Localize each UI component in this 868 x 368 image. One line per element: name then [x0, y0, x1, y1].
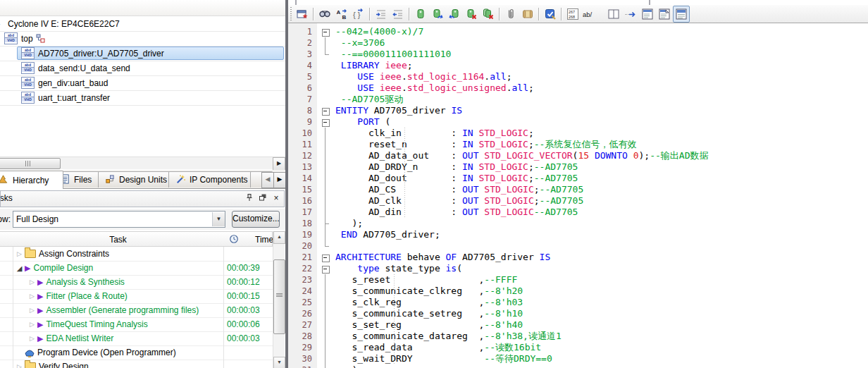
close-icon[interactable]: × [271, 193, 282, 204]
code-line[interactable]: ARCHITECTURE behave OF AD7705_driver IS [335, 252, 868, 263]
expander-collapsed-icon[interactable]: ▷ [16, 250, 23, 257]
hscrollbar-right-arrow[interactable]: ▶ [273, 157, 285, 171]
goto-icon[interactable] [622, 6, 639, 23]
window-icon[interactable] [294, 6, 311, 23]
tasks-vscrollbar[interactable]: ▲ ▼ [273, 231, 285, 368]
view-page-icon[interactable] [656, 6, 673, 23]
expander-expanded-icon[interactable]: ◢ [16, 264, 23, 272]
replace-icon[interactable]: AB [333, 6, 350, 23]
code-line[interactable]: s_communicate_clkreg ,--8'h20 [335, 286, 868, 297]
brace-icon[interactable]: { } [350, 6, 367, 23]
hierarchy-hscrollbar[interactable]: ▶ [0, 157, 285, 169]
line-numbers-icon[interactable]: 267268 [564, 6, 581, 23]
code-line[interactable]: AD_DRDY_n : IN STD_LOGIC;--AD7705 [335, 161, 868, 173]
comment-icon[interactable]: ab/ [581, 6, 598, 23]
code-line[interactable]: s_read_data ,--读数16bit [335, 342, 868, 353]
code-area[interactable]: --042=(4000-x)/7 --x=3706 --==0000111001… [335, 23, 868, 368]
fold-marker[interactable] [317, 263, 334, 274]
tree-item[interactable]: abdVHDtop [0, 31, 285, 47]
float-window-icon[interactable] [257, 193, 268, 204]
split-icon[interactable] [605, 6, 622, 23]
code-line[interactable]: AD_dout : IN STD_LOGIC;--AD7705 [335, 173, 868, 184]
hscrollbar-thumb[interactable] [0, 158, 61, 169]
bookmark-icon[interactable] [412, 6, 429, 23]
bookmark-delete-icon[interactable] [463, 6, 480, 23]
toolbar-grip[interactable] [290, 7, 292, 21]
code-line[interactable]: ENTITY AD7705_driver IS [335, 105, 868, 116]
code-line[interactable]: AD_din : OUT STD_LOGIC--AD7705 [335, 207, 868, 218]
code-line[interactable]: clk_in : IN STD_LOGIC; [335, 128, 868, 139]
chevron-down-icon[interactable]: ▼ [212, 212, 225, 226]
code-line[interactable]: --AD7705驱动 [335, 94, 868, 105]
expander-collapsed-icon[interactable]: ▷ [28, 307, 36, 314]
code-line[interactable]: LIBRARY ieee; [335, 60, 868, 71]
fold-marker[interactable] [317, 252, 334, 263]
tasks-table-header[interactable]: Task Time [0, 231, 273, 247]
view-full-icon[interactable] [673, 6, 690, 23]
tab-hierarchy[interactable]: Hierarchy [0, 171, 63, 189]
code-line[interactable]: END AD7705_driver; [335, 229, 868, 240]
find-icon[interactable] [316, 6, 333, 23]
code-line[interactable]: --042=(4000-x)/7 [335, 26, 868, 37]
outdent-icon[interactable] [390, 6, 407, 23]
expander-collapsed-icon[interactable]: ▷ [16, 363, 23, 368]
code-line[interactable]: PORT ( [335, 116, 868, 128]
code-line[interactable]: ); [335, 364, 868, 368]
code-line[interactable] [335, 240, 868, 252]
code-line[interactable]: USE ieee.std_logic_unsigned.all; [335, 82, 868, 94]
vscroll-down-arrow[interactable]: ▼ [273, 357, 285, 368]
check-icon[interactable] [542, 6, 559, 23]
code-line[interactable]: s_reset ,--FFFF [335, 274, 868, 286]
task-row[interactable]: ▷Verify Design [0, 360, 273, 368]
template-icon[interactable] [519, 6, 536, 23]
code-line[interactable]: AD_clk : OUT STD_LOGIC;--AD7705 [335, 195, 868, 207]
code-line[interactable]: AD_CS : OUT STD_LOGIC;--AD7705 [335, 184, 868, 195]
expander-collapsed-icon[interactable]: ▷ [28, 321, 36, 328]
vscroll-up-arrow[interactable]: ▲ [273, 231, 285, 244]
bookmark-next-icon[interactable] [429, 6, 446, 23]
task-row[interactable]: ◢▶Compile Design00:00:39 [0, 261, 273, 276]
fold-marker[interactable] [317, 116, 334, 128]
indent-icon[interactable] [373, 6, 390, 23]
task-row[interactable]: ▷▶Assembler (Generate programming files)… [0, 303, 273, 318]
tree-item-device[interactable]: ▸Cyclone IV E: EP4CE6E22C7 [0, 16, 285, 32]
code-folding-column[interactable] [317, 23, 334, 368]
task-row[interactable]: ▷▶Fitter (Place & Route)00:00:15 [0, 289, 273, 304]
vscroll-thumb[interactable] [273, 259, 285, 334]
code-line[interactable]: USE ieee.std_logic_1164.all; [335, 71, 868, 82]
flow-combobox[interactable]: Full Design ▼ [13, 211, 225, 228]
task-row[interactable]: ▷Assign Constraints [0, 247, 273, 262]
fold-marker[interactable] [317, 105, 334, 116]
attach-icon[interactable] [502, 6, 519, 23]
code-line[interactable]: s_communicate_setreg ,--8'h10 [335, 308, 868, 319]
code-line[interactable]: s_communicate_datareg ,--8'h38,读通道1 [335, 331, 868, 342]
fold-marker[interactable] [317, 26, 334, 37]
code-line[interactable]: s_wait_DRDY --等待DRDY==0 [335, 353, 868, 364]
code-line[interactable]: --x=3706 [335, 37, 868, 49]
bookmark-delete-all-icon[interactable] [480, 6, 497, 23]
tree-item[interactable]: abdVHDdata_send:U_data_send [0, 61, 285, 76]
task-row[interactable]: Program Device (Open Programmer) [0, 345, 273, 360]
expander-collapsed-icon[interactable]: ▷ [28, 335, 36, 342]
code-line[interactable]: s_clk_reg ,--8'h03 [335, 297, 868, 308]
code-line[interactable]: s_set_reg ,--8'h40 [335, 319, 868, 331]
code-line[interactable]: reset_n : IN STD_LOGIC;--系统复位信号，低有效 [335, 139, 868, 150]
tree-item[interactable]: abdVHDuart_t:uart_transfer [0, 90, 285, 106]
tab-ip-components[interactable]: IP Components [168, 171, 261, 188]
code-line[interactable]: type state_type is( [335, 263, 868, 274]
expander-collapsed-icon[interactable]: ▷ [28, 293, 36, 300]
customize-button[interactable]: Customize... [232, 211, 280, 228]
tab-scroll-right-button[interactable]: ▶ [273, 172, 286, 188]
view-normal-icon[interactable] [639, 6, 656, 23]
tree-item[interactable]: abdVHDAD7705_driver:U_AD7705_driver [0, 46, 285, 61]
code-line[interactable]: AD_data_out : OUT STD_LOGIC_VECTOR(15 DO… [335, 150, 868, 161]
tree-item[interactable]: abdVHDgen_div:uart_baud [0, 75, 285, 91]
tab-scroll-left-button[interactable]: ◀ [261, 172, 274, 188]
task-row[interactable]: ▷▶Analysis & Synthesis00:00:12 [0, 275, 273, 290]
task-row[interactable]: ▷▶TimeQuest Timing Analysis00:00:06 [0, 317, 273, 332]
tab-design-units[interactable]: Design Units [98, 171, 179, 188]
pin-icon[interactable] [244, 193, 255, 204]
expander-collapsed-icon[interactable]: ▷ [28, 278, 36, 286]
bookmark-prev-icon[interactable] [446, 6, 463, 23]
task-row[interactable]: ▷▶EDA Netlist Writer00:00:03 [0, 331, 273, 346]
